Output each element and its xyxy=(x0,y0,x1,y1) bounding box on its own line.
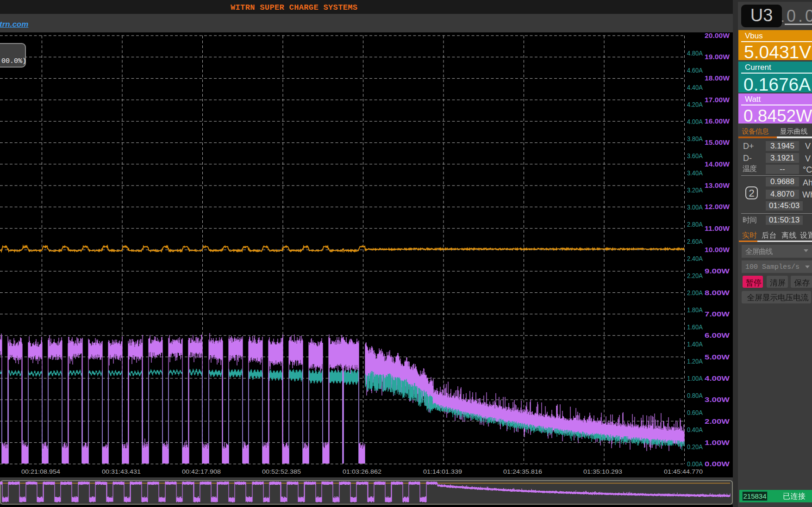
svg-text:8.00W: 8.00W xyxy=(705,289,730,297)
svg-text:1.00W: 1.00W xyxy=(705,439,730,446)
svg-text:1.80A: 1.80A xyxy=(687,306,703,314)
svg-text:10.00W: 10.00W xyxy=(705,246,730,254)
svg-text:18.00W: 18.00W xyxy=(705,74,730,82)
svg-text:3.60A: 3.60A xyxy=(687,152,703,160)
svg-text:2.60A: 2.60A xyxy=(687,237,703,245)
svg-text:4.20A: 4.20A xyxy=(687,100,703,108)
svg-text:2.80A: 2.80A xyxy=(687,220,703,228)
svg-text:11.00W: 11.00W xyxy=(705,224,730,232)
svg-text:6.00W: 6.00W xyxy=(705,331,730,339)
svg-text:1.20A: 1.20A xyxy=(687,357,703,365)
svg-text:3.80A: 3.80A xyxy=(687,135,703,142)
svg-text:01:03:26.862: 01:03:26.862 xyxy=(343,468,381,475)
svg-text:7.00W: 7.00W xyxy=(705,310,730,318)
svg-text:20.00W: 20.00W xyxy=(705,32,730,39)
svg-text:3.00W: 3.00W xyxy=(705,396,730,403)
svg-text:00:21:08.954: 00:21:08.954 xyxy=(21,468,61,475)
svg-text:00:52:52.385: 00:52:52.385 xyxy=(262,468,301,475)
svg-text:9.00W: 9.00W xyxy=(705,267,730,275)
svg-text:01:35:10.293: 01:35:10.293 xyxy=(583,468,622,475)
svg-text:3.00A: 3.00A xyxy=(687,203,703,211)
svg-text:12.00W: 12.00W xyxy=(705,203,730,210)
svg-text:4.00A: 4.00A xyxy=(687,117,703,125)
svg-text:0.80A: 0.80A xyxy=(687,391,703,399)
svg-text:0.40A: 0.40A xyxy=(687,426,703,433)
svg-text:2.00A: 2.00A xyxy=(687,289,703,297)
svg-text:16.00W: 16.00W xyxy=(705,117,730,125)
svg-text:2.40A: 2.40A xyxy=(687,254,703,262)
svg-text:0.20A: 0.20A xyxy=(687,443,703,451)
svg-text:4.40A: 4.40A xyxy=(687,83,703,91)
svg-text:2.20A: 2.20A xyxy=(687,272,703,279)
svg-text:19.00W: 19.00W xyxy=(705,53,730,61)
svg-text:13.00W: 13.00W xyxy=(705,181,730,189)
svg-text:01:14:01.339: 01:14:01.339 xyxy=(423,468,462,475)
svg-text:3.40A: 3.40A xyxy=(687,169,703,177)
svg-text:1.60A: 1.60A xyxy=(687,323,703,331)
svg-text:14.00W: 14.00W xyxy=(705,160,730,168)
svg-text:4.00W: 4.00W xyxy=(705,374,730,382)
svg-text:0.60A: 0.60A xyxy=(687,408,703,416)
svg-text:0.00A: 0.00A xyxy=(687,460,703,468)
svg-text:0.00W: 0.00W xyxy=(705,460,730,468)
svg-text:4.60A: 4.60A xyxy=(687,66,703,74)
svg-text:01:45:44.770: 01:45:44.770 xyxy=(664,468,703,475)
svg-text:4.80A: 4.80A xyxy=(687,49,703,57)
svg-text:15.00W: 15.00W xyxy=(705,138,730,146)
svg-text:00:31:43.431: 00:31:43.431 xyxy=(102,468,141,475)
svg-text:5.00W: 5.00W xyxy=(705,353,730,361)
svg-text:1.00A: 1.00A xyxy=(687,374,703,382)
svg-text:2.00W: 2.00W xyxy=(705,417,730,425)
svg-text:01:24:35.816: 01:24:35.816 xyxy=(503,468,542,475)
svg-text:1.40A: 1.40A xyxy=(687,340,703,348)
svg-text:00:42:17.908: 00:42:17.908 xyxy=(182,468,221,475)
svg-text:3.20A: 3.20A xyxy=(687,186,703,194)
svg-text:17.00W: 17.00W xyxy=(705,96,730,104)
